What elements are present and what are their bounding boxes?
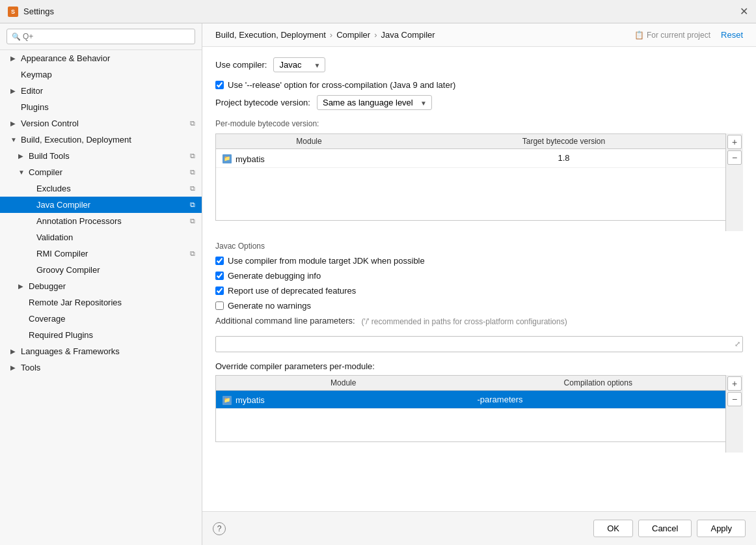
main-container: 🔍 ▶Appearance & Behavior Keymap▶Editor P…	[0, 23, 756, 545]
module-table-container: Module Target bytecode version 📁mybatis …	[215, 133, 743, 231]
sidebar-item-validation[interactable]: Validation	[0, 229, 202, 245]
compiler-select[interactable]: Javac Eclipse Ajc	[273, 57, 325, 72]
sidebar-item-compiler[interactable]: ▼Compiler⧉	[0, 164, 202, 180]
search-icon: 🔍	[12, 33, 21, 41]
table-row[interactable]: 📁mybatis -parameters	[216, 390, 725, 409]
remove-override-button[interactable]: −	[727, 392, 742, 406]
module-cell: 📁mybatis	[216, 149, 402, 168]
generate-no-warnings-label[interactable]: Generate no warnings	[228, 301, 311, 311]
sidebar-item-rmi-compiler[interactable]: RMI Compiler⧉	[0, 245, 202, 262]
arrow-icon: ▼	[10, 136, 18, 143]
arrow-icon: ▼	[18, 169, 26, 176]
copy-icon: ⧉	[190, 184, 195, 193]
ok-button[interactable]: OK	[593, 520, 633, 537]
apply-button[interactable]: Apply	[697, 520, 746, 537]
generate-debug-label[interactable]: Generate debugging info	[228, 271, 321, 281]
module-data-table: Module Target bytecode version 📁mybatis …	[216, 134, 725, 168]
arrow-icon: ▶	[10, 87, 18, 94]
sidebar-item-languages-frameworks[interactable]: ▶Languages & Frameworks	[0, 343, 202, 359]
per-module-label: Per-module bytecode version:	[215, 119, 743, 128]
arrow-icon: ▶	[18, 283, 26, 290]
sidebar-item-build-execution[interactable]: ▼Build, Execution, Deployment	[0, 132, 202, 148]
cancel-button[interactable]: Cancel	[638, 520, 692, 537]
sidebar-item-plugins[interactable]: Plugins	[0, 99, 202, 115]
report-deprecated-label[interactable]: Report use of deprecated features	[228, 286, 356, 296]
module-col-header: Module	[216, 134, 402, 149]
sidebar-item-required-plugins[interactable]: Required Plugins	[0, 327, 202, 343]
module-table-body: 📁mybatis 1.8	[216, 149, 725, 168]
use-module-target-checkbox[interactable]	[215, 257, 224, 265]
sidebar-item-java-compiler[interactable]: Java Compiler⧉	[0, 197, 202, 213]
breadcrumb-sep-2: ›	[374, 30, 377, 40]
expand-icon[interactable]: ⤢	[735, 340, 740, 348]
sidebar-item-build-tools[interactable]: ▶Build Tools⧉	[0, 148, 202, 164]
breadcrumb-sep-1: ›	[330, 30, 332, 40]
reset-link[interactable]: Reset	[721, 30, 743, 40]
release-option-label[interactable]: Use '--release' option for cross-compila…	[228, 80, 455, 90]
additional-params-input[interactable]	[215, 336, 743, 352]
copy-icon: ⧉	[190, 249, 195, 258]
sidebar-item-label: Appearance & Behavior	[21, 53, 195, 63]
override-compile-col-header: Compilation options	[471, 376, 726, 391]
override-module-cell: 📁mybatis	[216, 390, 471, 409]
module-table: Module Target bytecode version 📁mybatis …	[215, 133, 725, 221]
add-override-button[interactable]: +	[727, 376, 742, 391]
report-deprecated-checkbox[interactable]	[215, 286, 224, 295]
sidebar-item-label: Tools	[21, 363, 195, 372]
sidebar-item-editor[interactable]: ▶Editor	[0, 83, 202, 99]
module-icon: 📁	[223, 154, 232, 163]
version-cell: 1.8	[402, 149, 725, 168]
remove-module-button[interactable]: −	[727, 150, 742, 165]
bytecode-version-select[interactable]: Same as language level	[317, 95, 432, 110]
copy-icon: ⧉	[190, 152, 195, 160]
for-current-project: 📋 For current project	[634, 31, 710, 40]
breadcrumb-part-3: Java Compiler	[381, 30, 435, 40]
search-input[interactable]	[7, 29, 195, 44]
sidebar-item-remote-jar[interactable]: Remote Jar Repositories	[0, 294, 202, 311]
sidebar-item-debugger[interactable]: ▶Debugger	[0, 278, 202, 294]
additional-params-hint: ('/' recommended in paths for cross-plat…	[362, 317, 567, 326]
sidebar-item-annotation-processors[interactable]: Annotation Processors⧉	[0, 213, 202, 229]
override-label: Override compiler parameters per-module:	[215, 361, 743, 371]
module-table-buttons: + −	[725, 133, 743, 231]
table-row[interactable]: 📁mybatis 1.8	[216, 149, 725, 168]
generate-debug-checkbox[interactable]	[215, 272, 224, 280]
target-version-col-header: Target bytecode version	[402, 134, 725, 149]
arrow-icon: ▶	[10, 120, 18, 127]
generate-no-warnings-checkbox[interactable]	[215, 301, 224, 310]
sidebar-item-excludes[interactable]: Excludes⧉	[0, 180, 202, 197]
release-option-checkbox[interactable]	[215, 81, 224, 89]
bytecode-version-label: Project bytecode version:	[215, 98, 310, 107]
breadcrumb: Build, Execution, Deployment › Compiler …	[215, 30, 435, 40]
breadcrumb-bar: Build, Execution, Deployment › Compiler …	[202, 23, 756, 47]
use-module-target-label[interactable]: Use compiler from module target JDK when…	[228, 256, 425, 266]
sidebar-item-label: Version Control	[21, 119, 187, 128]
release-option-row: Use '--release' option for cross-compila…	[215, 80, 743, 90]
module-icon: 📁	[223, 396, 232, 405]
sidebar-item-appearance[interactable]: ▶Appearance & Behavior	[0, 50, 202, 66]
javac-option-report-deprecated: Report use of deprecated features	[215, 286, 743, 296]
javac-option-generate-no-warnings: Generate no warnings	[215, 301, 743, 311]
sidebar-item-version-control[interactable]: ▶Version Control⧉	[0, 115, 202, 132]
content-body: Use compiler: Javac Eclipse Ajc ▼ Use '-…	[202, 47, 756, 511]
copy-icon: ⧉	[190, 201, 195, 209]
add-module-button[interactable]: +	[727, 135, 742, 149]
override-table: Module Compilation options 📁mybatis -par…	[215, 375, 725, 443]
arrow-icon: ▶	[18, 152, 26, 160]
help-button[interactable]: ?	[213, 522, 226, 535]
content-area: Build, Execution, Deployment › Compiler …	[202, 23, 756, 511]
close-button[interactable]: ✕	[740, 7, 748, 17]
additional-params-label: Additional command line parameters:	[215, 316, 355, 326]
sidebar-item-label: Keymap	[21, 70, 195, 79]
title-bar: S Settings ✕	[0, 0, 756, 23]
sidebar-item-label: Groovy Compiler	[36, 265, 195, 275]
sidebar-item-tools[interactable]: ▶Tools	[0, 359, 202, 376]
copy-icon: ⧉	[190, 168, 195, 176]
sidebar-item-coverage[interactable]: Coverage	[0, 311, 202, 327]
app-icon: S	[8, 7, 18, 17]
sidebar-item-keymap[interactable]: Keymap	[0, 66, 202, 83]
sidebar-item-groovy-compiler[interactable]: Groovy Compiler	[0, 262, 202, 278]
arrow-icon: ▶	[10, 55, 18, 62]
window-title: Settings	[23, 7, 54, 16]
compiler-select-wrapper: Javac Eclipse Ajc ▼	[273, 57, 325, 72]
